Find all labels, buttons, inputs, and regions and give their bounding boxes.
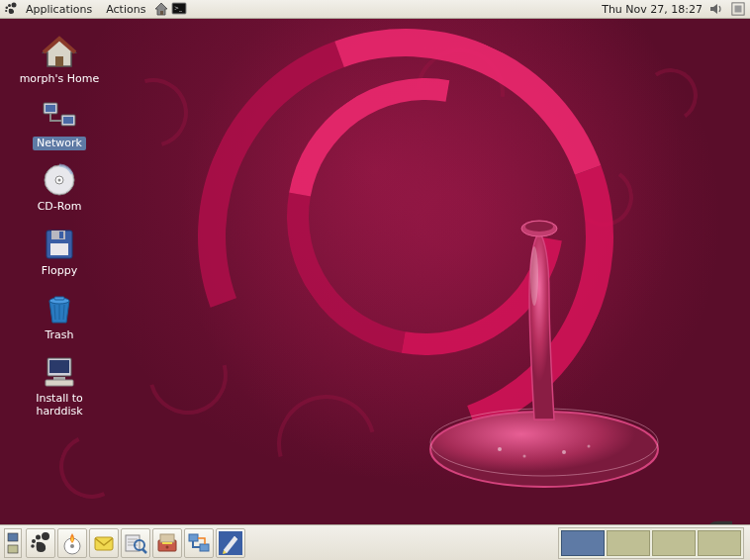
svg-rect-41	[8, 533, 18, 541]
svg-point-59	[166, 545, 169, 548]
svg-point-43	[42, 532, 49, 540]
svg-point-15	[588, 445, 591, 448]
desktop-icon-home[interactable]: morph's Home	[10, 33, 109, 89]
workspace-switcher	[558, 527, 744, 559]
svg-rect-31	[50, 243, 68, 255]
launcher-tray	[26, 528, 245, 558]
svg-rect-9	[735, 6, 742, 13]
svg-rect-42	[8, 545, 18, 553]
home-folder-icon	[40, 35, 79, 70]
decor-curl	[50, 425, 133, 508]
svg-rect-4	[160, 11, 163, 15]
decor-curl	[106, 65, 201, 160]
svg-rect-22	[46, 105, 55, 112]
svg-line-55	[142, 549, 146, 553]
svg-point-44	[36, 534, 41, 539]
applications-menu[interactable]: Applications	[20, 1, 98, 18]
svg-rect-49	[95, 537, 113, 550]
desktop-icon-label: CD-Rom	[34, 200, 86, 215]
network-launcher[interactable]	[184, 528, 214, 558]
svg-rect-57	[160, 534, 174, 542]
home-panel-icon[interactable]	[153, 1, 169, 17]
bottle-graphic	[396, 197, 693, 494]
desktop[interactable]: debian morph's Home Network CD-Rom Flopp…	[0, 19, 750, 524]
desktop-icon-floppy[interactable]: Floppy	[10, 225, 109, 281]
svg-rect-23	[63, 117, 73, 124]
search-launcher[interactable]	[121, 528, 150, 558]
desktop-icon-cdrom[interactable]: CD-Rom	[10, 160, 109, 217]
svg-point-14	[562, 450, 566, 454]
svg-point-48	[70, 544, 74, 548]
actions-menu[interactable]: Actions	[100, 1, 151, 18]
desktop-icon-install[interactable]: Install to harddisk	[10, 352, 109, 420]
svg-point-13	[523, 455, 526, 458]
show-desktop-button[interactable]	[4, 528, 22, 558]
bottom-panel	[0, 524, 750, 560]
svg-rect-40	[46, 380, 73, 386]
gnome-foot-icon	[4, 2, 18, 16]
svg-rect-60	[189, 534, 198, 541]
svg-rect-38	[49, 360, 69, 373]
desktop-icon-label: Floppy	[38, 264, 82, 279]
svg-rect-30	[59, 232, 63, 238]
network-icon	[40, 99, 79, 135]
svg-point-46	[31, 544, 35, 548]
svg-point-27	[58, 179, 61, 182]
workspace-1[interactable]	[561, 530, 605, 556]
workspace-3[interactable]	[652, 530, 696, 556]
svg-point-1	[8, 4, 11, 7]
computer-icon	[40, 354, 79, 390]
svg-rect-19	[55, 56, 63, 66]
desktop-icon-label: morph's Home	[16, 72, 104, 87]
desktop-icon-label: Install to harddisk	[32, 392, 87, 419]
workspace-4[interactable]	[698, 530, 741, 556]
decor-curl	[639, 64, 703, 128]
gnome-menu-launcher[interactable]	[26, 528, 55, 558]
files-launcher[interactable]	[152, 528, 182, 558]
svg-text:>_: >_	[174, 4, 183, 12]
cdrom-icon	[40, 162, 79, 198]
desktop-icon-label: Trash	[41, 328, 77, 343]
desktop-icon-label: Network	[33, 137, 86, 151]
terminal-panel-icon[interactable]: >_	[171, 1, 187, 17]
svg-point-17	[525, 222, 553, 232]
svg-rect-61	[200, 544, 209, 551]
clock[interactable]: Thu Nov 27, 18:27	[602, 3, 703, 16]
tray-item-icon[interactable]	[730, 1, 746, 17]
top-panel: Applications Actions >_ Thu Nov 27, 18:2…	[0, 0, 750, 19]
trash-icon	[40, 291, 79, 327]
svg-point-12	[498, 447, 502, 451]
svg-point-3	[5, 10, 7, 12]
svg-rect-58	[162, 542, 172, 544]
workspace-2[interactable]	[607, 530, 650, 556]
editor-launcher[interactable]	[216, 528, 245, 558]
svg-point-18	[530, 246, 538, 306]
desktop-icons-container: morph's Home Network CD-Rom Floppy Trash	[10, 33, 109, 420]
svg-point-45	[32, 539, 36, 543]
svg-point-2	[6, 7, 9, 10]
volume-icon[interactable]	[708, 1, 724, 17]
desktop-icon-trash[interactable]: Trash	[10, 289, 109, 345]
svg-point-0	[12, 3, 17, 8]
desktop-icon-network[interactable]: Network	[10, 97, 109, 153]
svg-rect-33	[54, 297, 64, 300]
mail-launcher[interactable]	[89, 528, 119, 558]
burn-launcher[interactable]	[57, 528, 87, 558]
floppy-icon	[40, 227, 79, 262]
